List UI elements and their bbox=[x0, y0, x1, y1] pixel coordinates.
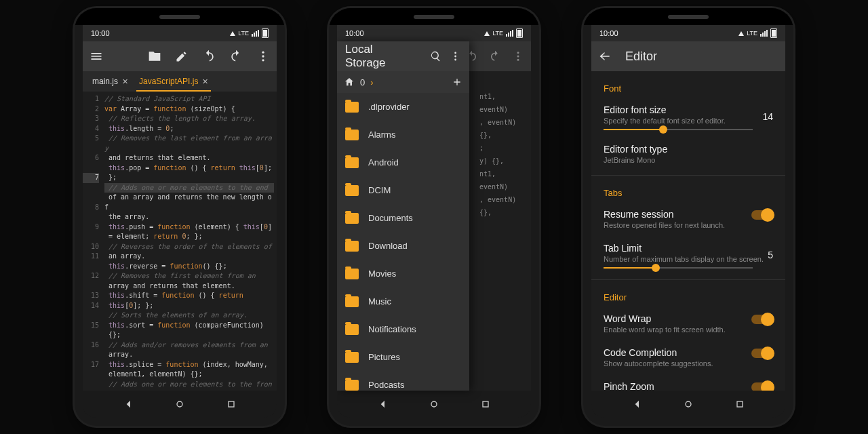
folder-item[interactable]: .dlprovider bbox=[337, 93, 469, 121]
setting-tab-limit[interactable]: Tab Limit Number of maximum tabs display… bbox=[591, 236, 785, 275]
more-icon[interactable] bbox=[256, 50, 270, 63]
more-icon[interactable] bbox=[450, 50, 461, 62]
setting-word-wrap[interactable]: Word Wrap Enable word wrap to fit screen… bbox=[591, 307, 785, 340]
code-editor[interactable]: 12345678910111213141516171819202122 // S… bbox=[83, 92, 277, 391]
edit-icon[interactable] bbox=[175, 50, 189, 63]
folder-name: Notifications bbox=[368, 324, 416, 334]
drawer-title: Local Storage bbox=[345, 43, 414, 70]
section-editor: Editor bbox=[591, 284, 785, 307]
wifi-icon bbox=[484, 31, 490, 36]
setting-font-size[interactable]: Editor font size Specify the default fon… bbox=[591, 98, 785, 137]
network-label: LTE bbox=[492, 30, 503, 37]
close-icon[interactable]: ✕ bbox=[122, 77, 128, 86]
folder-name: DCIM bbox=[368, 185, 391, 195]
signal-icon bbox=[506, 30, 513, 37]
breadcrumb: 0 › bbox=[337, 71, 469, 93]
folder-icon bbox=[345, 380, 359, 391]
folder-item[interactable]: Pictures bbox=[337, 343, 469, 371]
folder-item[interactable]: Movies bbox=[337, 260, 469, 288]
menu-icon[interactable] bbox=[90, 50, 103, 63]
folder-icon bbox=[345, 296, 359, 307]
phone-file-browser: 10:00 LTE nt1, eventN), eventN) {},;y) {… bbox=[329, 8, 539, 426]
tab-limit-value: 5 bbox=[768, 250, 773, 260]
folder-icon bbox=[345, 157, 359, 168]
home-icon[interactable] bbox=[174, 399, 185, 410]
folder-name: Pictures bbox=[368, 352, 400, 362]
pinch-zoom-toggle[interactable] bbox=[751, 382, 773, 391]
back-arrow-icon[interactable] bbox=[598, 50, 612, 63]
wifi-icon bbox=[738, 31, 744, 36]
section-font: Font bbox=[591, 75, 785, 98]
setting-pinch-zoom[interactable]: Pinch Zoom bbox=[591, 374, 785, 391]
recent-icon[interactable] bbox=[226, 399, 237, 410]
folder-item[interactable]: Alarms bbox=[337, 121, 469, 149]
font-size-value: 14 bbox=[762, 111, 773, 122]
folder-item[interactable]: Podcasts bbox=[337, 371, 469, 391]
back-icon[interactable] bbox=[632, 399, 643, 410]
search-icon[interactable] bbox=[430, 50, 441, 62]
svg-point-3 bbox=[177, 401, 182, 407]
tab-label: JavaScriptAPI.js bbox=[139, 77, 198, 86]
close-icon[interactable]: ✕ bbox=[202, 77, 208, 86]
folder-item[interactable]: Documents bbox=[337, 204, 469, 232]
folder-icon bbox=[345, 102, 359, 113]
svg-point-8 bbox=[454, 52, 456, 54]
android-navbar bbox=[83, 391, 277, 418]
folder-item[interactable]: Notifications bbox=[337, 315, 469, 343]
folder-item[interactable]: Android bbox=[337, 149, 469, 176]
recent-icon[interactable] bbox=[734, 399, 745, 410]
folder-item[interactable]: Music bbox=[337, 288, 469, 315]
home-icon[interactable] bbox=[683, 399, 694, 410]
font-size-slider[interactable] bbox=[604, 129, 753, 130]
setting-font-type[interactable]: Editor font type JetBrains Mono bbox=[591, 137, 785, 171]
editor-toolbar bbox=[83, 41, 277, 71]
battery-icon bbox=[770, 28, 777, 38]
add-icon[interactable] bbox=[452, 77, 462, 87]
folder-icon bbox=[345, 352, 359, 363]
recent-icon[interactable] bbox=[480, 399, 491, 410]
signal-icon bbox=[252, 30, 259, 37]
setting-resume-session[interactable]: Resume session Restore opened files for … bbox=[591, 202, 785, 236]
back-icon[interactable] bbox=[123, 399, 134, 410]
network-label: LTE bbox=[238, 30, 249, 37]
folder-item[interactable]: DCIM bbox=[337, 176, 469, 204]
battery-icon bbox=[516, 28, 523, 38]
status-time: 10:00 bbox=[345, 29, 364, 37]
settings-list[interactable]: Font Editor font size Specify the defaul… bbox=[591, 71, 785, 391]
network-label: LTE bbox=[747, 30, 757, 37]
status-time: 10:00 bbox=[91, 29, 110, 37]
folder-name: Documents bbox=[368, 213, 413, 223]
battery-icon bbox=[262, 28, 269, 38]
svg-point-0 bbox=[262, 52, 264, 54]
home-icon[interactable] bbox=[429, 399, 439, 410]
tab-label: main.js bbox=[92, 77, 118, 86]
svg-point-10 bbox=[454, 59, 456, 61]
svg-point-6 bbox=[517, 56, 519, 58]
resume-toggle[interactable] bbox=[751, 210, 773, 220]
code-completion-toggle[interactable] bbox=[751, 349, 773, 358]
tab-main-js[interactable]: main.js ✕ bbox=[90, 77, 131, 86]
folder-icon bbox=[345, 185, 359, 196]
tab-javascriptapi-js[interactable]: JavaScriptAPI.js ✕ bbox=[136, 71, 211, 92]
folder-name: Music bbox=[368, 296, 391, 307]
folder-list: .dlproviderAlarmsAndroidDCIMDocumentsDow… bbox=[337, 93, 469, 391]
folder-item[interactable]: Download bbox=[337, 232, 469, 260]
section-tabs: Tabs bbox=[591, 180, 785, 202]
phone-editor: 10:00 LTE main.js bbox=[75, 8, 285, 426]
folder-name: Movies bbox=[368, 269, 396, 279]
svg-point-9 bbox=[454, 56, 456, 58]
setting-code-completion[interactable]: Code Completion Show autocomplete sugges… bbox=[591, 340, 785, 374]
folder-icon[interactable] bbox=[148, 50, 161, 63]
status-time: 10:00 bbox=[599, 29, 618, 37]
svg-point-7 bbox=[517, 59, 519, 61]
redo-icon[interactable] bbox=[229, 50, 243, 63]
tab-limit-slider[interactable] bbox=[604, 267, 753, 269]
breadcrumb-item[interactable]: 0 bbox=[360, 77, 365, 87]
chevron-right-icon: › bbox=[370, 77, 373, 87]
word-wrap-toggle[interactable] bbox=[751, 315, 773, 324]
back-icon[interactable] bbox=[378, 399, 389, 410]
undo-icon[interactable] bbox=[202, 50, 216, 63]
home-icon[interactable] bbox=[344, 77, 355, 87]
wifi-icon bbox=[230, 31, 235, 36]
svg-point-2 bbox=[262, 59, 264, 61]
